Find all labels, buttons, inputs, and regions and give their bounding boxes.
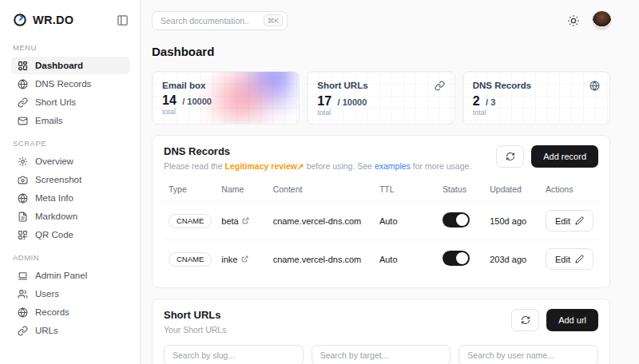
status-toggle[interactable] bbox=[443, 212, 470, 228]
url-filters-row bbox=[164, 345, 598, 364]
stat-limit: / 3 bbox=[486, 97, 495, 107]
add-record-button[interactable]: Add record bbox=[531, 145, 598, 168]
record-content: cname.vercel-dns.com bbox=[268, 202, 375, 240]
topbar: ⌘K bbox=[141, 0, 639, 37]
col-header-status: Status bbox=[438, 177, 485, 202]
search-by-target-input[interactable] bbox=[312, 345, 451, 364]
search-shortcut-badge: ⌘K bbox=[264, 14, 283, 26]
stat-limit: / 10000 bbox=[182, 97, 212, 106]
record-type-badge: CNAME bbox=[169, 214, 212, 228]
sidebar-item-records[interactable]: Records bbox=[11, 303, 130, 321]
stat-title: Short URLs bbox=[317, 81, 367, 90]
stat-caption: total bbox=[317, 109, 444, 117]
sidebar-item-label: Screenshot bbox=[35, 175, 81, 184]
mail-icon bbox=[18, 116, 28, 126]
short-urls-title: Short URLs bbox=[164, 309, 226, 321]
refresh-icon bbox=[506, 152, 515, 161]
qr-code-icon bbox=[18, 230, 28, 240]
sidebar-item-label: Meta Info bbox=[35, 193, 73, 203]
globe-icon bbox=[18, 79, 28, 89]
dns-records-table: Type Name Content TTL Status Updated Act… bbox=[164, 177, 598, 278]
dns-panel-subtitle: Please read the Legitimacy review↗ befor… bbox=[164, 161, 471, 171]
edit-button[interactable]: Edit bbox=[546, 248, 593, 270]
globe-icon bbox=[18, 307, 28, 318]
file-text-icon bbox=[18, 212, 28, 222]
sidebar-section-menu: MENU bbox=[13, 43, 129, 52]
search-box[interactable]: ⌘K bbox=[152, 11, 288, 30]
search-by-user-name-input[interactable] bbox=[458, 345, 598, 364]
globe-icon bbox=[18, 193, 28, 204]
col-header-updated: Updated bbox=[485, 177, 541, 202]
col-header-type: Type bbox=[164, 177, 216, 202]
record-name-link[interactable]: beta bbox=[221, 216, 248, 226]
stat-caption: total bbox=[162, 108, 289, 116]
sidebar-item-overview[interactable]: Overview bbox=[11, 152, 130, 170]
stats-row: Email box 14 / 10000 total Short URLs 17 bbox=[152, 71, 610, 125]
table-row: CNAME inke cname.vercel-dns.com Auto 203… bbox=[164, 240, 598, 279]
sidebar-item-label: Short Urls bbox=[35, 97, 76, 107]
stat-value: 2 bbox=[473, 94, 480, 108]
legitimacy-review-link[interactable]: Legitimacy review↗ bbox=[224, 161, 304, 171]
link-icon bbox=[18, 97, 28, 108]
sidebar-item-label: DNS Records bbox=[35, 79, 91, 89]
sidebar-item-label: Markdown bbox=[35, 212, 77, 221]
user-avatar[interactable] bbox=[592, 10, 612, 30]
edit-label: Edit bbox=[555, 255, 570, 264]
theme-toggle-sun-icon[interactable] bbox=[567, 14, 580, 27]
sidebar-item-qr-code[interactable]: QR Code bbox=[11, 226, 130, 243]
laptop-icon bbox=[18, 271, 28, 281]
globe-icon bbox=[589, 81, 600, 91]
edit-label: Edit bbox=[555, 216, 570, 226]
subtitle-text: Please read the bbox=[164, 161, 224, 171]
sidebar-item-meta-info[interactable]: Meta Info bbox=[11, 189, 130, 207]
col-header-actions: Actions bbox=[541, 177, 598, 202]
app-window: WR.DO MENU Dashboard DNS Records Short U… bbox=[0, 0, 639, 364]
record-updated: 150d ago bbox=[485, 202, 541, 240]
sidebar-item-admin-panel[interactable]: Admin Panel bbox=[11, 267, 130, 284]
add-url-button[interactable]: Add url bbox=[546, 309, 598, 331]
sidebar-section-admin: ADMIN bbox=[13, 253, 129, 262]
camera-icon bbox=[18, 175, 28, 185]
refresh-button[interactable] bbox=[511, 309, 539, 331]
sidebar-item-markdown[interactable]: Markdown bbox=[11, 208, 130, 225]
users-icon bbox=[18, 289, 28, 299]
subtitle-text: before using. See bbox=[304, 161, 375, 171]
status-toggle[interactable] bbox=[443, 251, 470, 266]
settings-icon bbox=[18, 156, 28, 167]
short-urls-subtitle: Your Short URLs bbox=[164, 325, 226, 334]
record-ttl: Auto bbox=[375, 202, 438, 240]
stat-title: Email box bbox=[162, 81, 205, 90]
stat-value: 17 bbox=[317, 94, 331, 108]
pencil-icon bbox=[575, 255, 584, 263]
sidebar-item-dashboard[interactable]: Dashboard bbox=[11, 57, 130, 74]
record-name-link[interactable]: inke bbox=[221, 255, 248, 264]
stat-card-email-box: Email box 14 / 10000 total bbox=[152, 71, 300, 125]
record-updated: 203d ago bbox=[485, 240, 541, 279]
dns-records-panel: DNS Records Please read the Legitimacy r… bbox=[152, 135, 610, 288]
dns-panel-title: DNS Records bbox=[164, 145, 471, 157]
page-content: Dashboard Email box 14 / 10000 total bbox=[141, 37, 639, 364]
sidebar-item-emails[interactable]: Emails bbox=[11, 112, 130, 129]
sidebar-item-urls[interactable]: URLs bbox=[11, 322, 130, 339]
brand-name: WR.DO bbox=[33, 14, 73, 26]
search-input[interactable] bbox=[161, 16, 248, 26]
sidebar-item-dns-records[interactable]: DNS Records bbox=[11, 75, 130, 93]
dashboard-icon bbox=[18, 61, 28, 71]
col-header-content: Content bbox=[268, 177, 375, 202]
brand-logo-icon bbox=[13, 13, 27, 27]
stat-card-short-urls: Short URLs 17 / 10000 total bbox=[307, 71, 454, 125]
link-icon bbox=[18, 326, 28, 336]
examples-link[interactable]: examples bbox=[375, 161, 411, 171]
sidebar-item-short-urls[interactable]: Short Urls bbox=[11, 93, 130, 111]
edit-button[interactable]: Edit bbox=[546, 210, 593, 231]
sidebar-item-label: Emails bbox=[35, 116, 63, 125]
external-link-icon bbox=[242, 217, 249, 224]
sidebar-collapse-icon[interactable] bbox=[117, 14, 129, 26]
refresh-icon bbox=[521, 315, 530, 325]
topbar-right bbox=[567, 10, 612, 30]
refresh-button[interactable] bbox=[496, 145, 524, 168]
sidebar-item-users[interactable]: Users bbox=[11, 285, 130, 303]
stat-value: 14 bbox=[162, 93, 177, 107]
sidebar-item-screenshot[interactable]: Screenshot bbox=[11, 171, 130, 188]
search-by-slug-input[interactable] bbox=[164, 345, 304, 364]
